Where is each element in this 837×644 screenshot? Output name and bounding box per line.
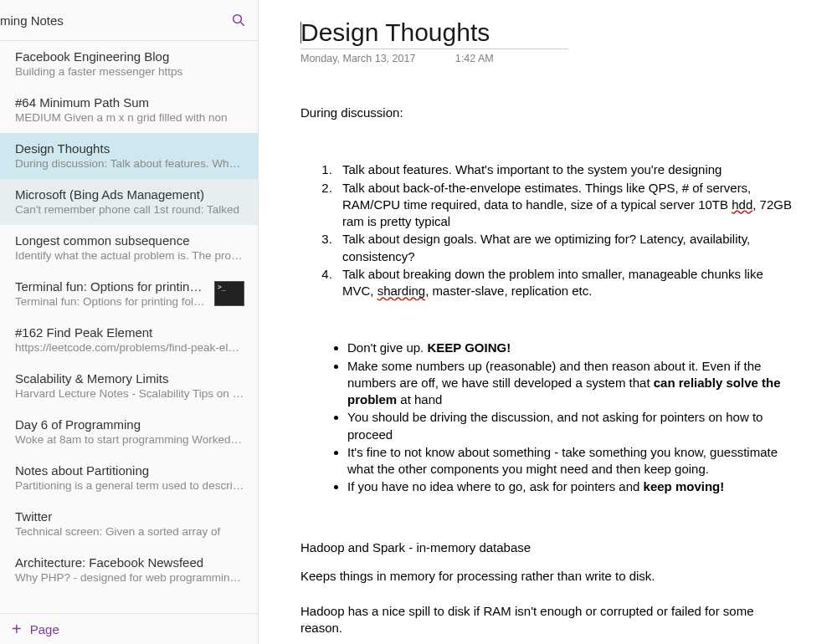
search-icon[interactable] — [231, 13, 246, 28]
page-meta: Monday, March 13, 2017 1:42 AM — [300, 53, 807, 64]
note-preview: Identify what the actual problem is. The… — [15, 249, 244, 262]
note-item[interactable]: TwitterTechnical screen: Given a sorted … — [0, 501, 258, 547]
note-preview: Harvard Lecture Notes - Scalability Tips… — [15, 387, 244, 400]
page-title[interactable]: Design Thoughts — [300, 18, 568, 49]
note-title: #162 Find Peak Element — [15, 325, 244, 340]
note-preview: MEDIUM Given a m x n grid filled with no… — [15, 111, 244, 124]
spacer — [300, 133, 794, 161]
note-item[interactable]: Day 6 of ProgrammingWoke at 8am to start… — [0, 409, 258, 455]
terminal-thumbnail-icon: >_ — [214, 281, 244, 306]
list-item: Talk about breaking down the problem int… — [336, 266, 794, 300]
note-title: #64 Minimum Path Sum — [15, 95, 244, 110]
list-item: Talk about back-of-the-envelope estimate… — [336, 180, 794, 231]
note-item[interactable]: Microsoft (Bing Ads Management)Can't rem… — [0, 179, 258, 225]
note-title: Twitter — [15, 509, 244, 524]
list-item: It's fine to not know about something - … — [347, 444, 794, 478]
spacer — [300, 513, 794, 539]
note-item[interactable]: Design ThoughtsDuring discussion: Talk a… — [0, 133, 258, 179]
note-preview: Partitioning is a general term used to d… — [15, 479, 244, 492]
note-preview: Building a faster messenger https — [15, 65, 244, 78]
svg-line-1 — [240, 22, 244, 26]
spellcheck-hdd: hdd — [732, 197, 752, 212]
list-item: Don't give up. KEEP GOING! — [347, 340, 794, 356]
note-title: Facebook Engineering Blog — [15, 49, 244, 64]
note-title: Terminal fun: Options for printin… — [15, 279, 208, 294]
note-item[interactable]: #64 Minimum Path SumMEDIUM Given a m x n… — [0, 87, 258, 133]
list-item: Make some numbers up (reasonable) and th… — [347, 358, 794, 409]
numbered-list: Talk about features. What's important to… — [300, 161, 794, 299]
note-title: Day 6 of Programming — [15, 417, 244, 432]
note-title: Scalability & Memory Limits — [15, 371, 244, 386]
note-item[interactable]: Architecture: Facebook NewsfeedWhy PHP? … — [0, 547, 258, 593]
note-title: Microsoft (Bing Ads Management) — [15, 187, 244, 202]
page-time: 1:42 AM — [455, 53, 494, 64]
sidebar: ming Notes Facebook Engineering BlogBuil… — [0, 0, 259, 644]
note-preview: Can't remember phone call 1st round: Tal… — [15, 203, 244, 216]
section-title: ming Notes — [0, 13, 64, 28]
note-preview: https://leetcode.com/problems/find-peak-… — [15, 341, 244, 354]
add-page-button[interactable]: + Page — [0, 613, 258, 644]
note-list[interactable]: Facebook Engineering BlogBuilding a fast… — [0, 41, 258, 613]
bullet-list: Don't give up. KEEP GOING! Make some num… — [300, 340, 794, 495]
editor-body[interactable]: During discussion: Talk about features. … — [300, 105, 794, 644]
note-title: Longest common subsequence — [15, 233, 244, 248]
editor[interactable]: Design Thoughts Monday, March 13, 2017 1… — [259, 0, 837, 644]
note-item[interactable]: Longest common subsequenceIdentify what … — [0, 225, 258, 271]
list-item: Talk about features. What's important to… — [336, 161, 794, 178]
paragraph: Hadoop and Spark - in-memory database — [300, 539, 794, 556]
note-item[interactable]: Terminal fun: Options for printin…Termin… — [0, 271, 258, 317]
svg-point-0 — [234, 15, 242, 23]
list-item: Talk about design goals. What are we opt… — [336, 231, 794, 265]
list-item: You should be driving the discussion, an… — [347, 409, 794, 443]
app-root: ming Notes Facebook Engineering BlogBuil… — [0, 0, 837, 644]
note-item[interactable]: Facebook Engineering BlogBuilding a fast… — [0, 41, 258, 87]
note-item[interactable]: Notes about PartitioningPartitioning is … — [0, 455, 258, 501]
note-preview: Terminal fun: Options for printing fold… — [15, 295, 208, 308]
note-preview: Technical screen: Given a sorted array o… — [15, 525, 244, 538]
spellcheck-sharding: sharding — [377, 284, 426, 298]
note-preview: During discussion: Talk about features. … — [15, 157, 244, 170]
plus-icon: + — [12, 621, 22, 637]
paragraph: Keeps things in memory for processing ra… — [300, 568, 794, 585]
note-title: Architecture: Facebook Newsfeed — [15, 555, 244, 570]
paragraph: Hadoop has a nice spill to disk if RAM i… — [300, 603, 794, 637]
page-date: Monday, March 13, 2017 — [300, 53, 415, 64]
page-title-text: Design Thoughts — [300, 18, 490, 46]
text-cursor — [300, 22, 301, 43]
note-item[interactable]: Scalability & Memory LimitsHarvard Lectu… — [0, 363, 258, 409]
spacer — [300, 316, 794, 340]
add-page-label: Page — [30, 622, 59, 636]
note-title: Design Thoughts — [15, 141, 244, 156]
list-item: If you have no idea where to go, ask for… — [347, 478, 794, 495]
note-preview: Why PHP? - designed for web programming… — [15, 571, 244, 584]
note-item[interactable]: #162 Find Peak Elementhttps://leetcode.c… — [0, 317, 258, 363]
sidebar-header: ming Notes — [0, 0, 258, 41]
note-preview: Woke at 8am to start programming Worked … — [15, 433, 244, 446]
note-title: Notes about Partitioning — [15, 463, 244, 478]
intro-line: During discussion: — [300, 105, 794, 121]
